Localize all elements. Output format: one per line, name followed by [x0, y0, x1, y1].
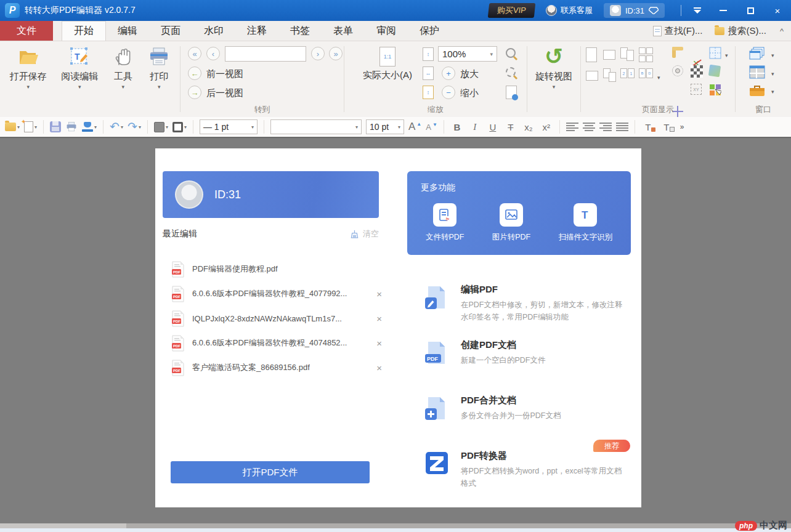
- fit-visible-icon[interactable]: ↕: [423, 86, 434, 99]
- last-page-button[interactable]: »: [329, 47, 343, 60]
- new-document-button[interactable]: ▾: [24, 121, 37, 132]
- stamp-button[interactable]: ▾: [82, 122, 97, 132]
- open-save-button[interactable]: 打开保存 ▾: [10, 41, 47, 117]
- next-view-icon[interactable]: →: [188, 86, 201, 99]
- tab-annotate[interactable]: 注释: [235, 21, 278, 41]
- image-to-pdf-button[interactable]: 图片转PDF: [492, 203, 531, 243]
- single-page-icon[interactable]: [586, 47, 597, 62]
- recent-file-row[interactable]: PDF 6.0.6.6版本PDF编辑器软件教程_4077992... ×: [163, 281, 384, 306]
- snap-region-icon[interactable]: [672, 65, 683, 76]
- page-color-icon[interactable]: [708, 65, 721, 77]
- toolbox-icon[interactable]: [749, 84, 765, 99]
- previous-view-icon[interactable]: ←: [188, 66, 201, 80]
- ocr-button[interactable]: T 扫描件文字识别: [559, 203, 613, 243]
- minimize-button[interactable]: [710, 0, 737, 21]
- remove-file-icon[interactable]: ×: [374, 313, 384, 324]
- align-left-button[interactable]: [566, 123, 578, 131]
- next-page-button[interactable]: ›: [311, 47, 325, 60]
- clear-recent-button[interactable]: 清空: [350, 228, 379, 240]
- horizontal-scrollbar[interactable]: [0, 523, 791, 528]
- tab-page[interactable]: 页面: [149, 21, 192, 41]
- cascade-windows-icon[interactable]: [749, 46, 765, 63]
- zoom-out-icon[interactable]: −: [442, 86, 455, 99]
- remove-file-icon[interactable]: ×: [374, 363, 384, 373]
- tab-watermark[interactable]: 水印: [192, 21, 235, 41]
- buy-vip-button[interactable]: 购买VIP: [488, 3, 535, 18]
- stroke-color-button[interactable]: ▾: [172, 122, 187, 132]
- font-size-combobox[interactable]: 10 pt ▾: [366, 119, 404, 134]
- marquee-zoom-in-icon[interactable]: [506, 48, 516, 58]
- page-thumbnails-icon[interactable]: [709, 84, 721, 98]
- rotate-view-button[interactable]: ↺ 旋转视图 ▾: [527, 41, 580, 117]
- scrollbar-thumb[interactable]: [0, 523, 126, 528]
- underline-button[interactable]: U: [486, 122, 500, 132]
- tab-bookmark[interactable]: 书签: [278, 21, 322, 41]
- dropdown-caret-icon[interactable]: ▾: [771, 89, 774, 94]
- print-button[interactable]: 打印 ▾: [148, 41, 170, 117]
- tab-edit[interactable]: 编辑: [106, 21, 149, 41]
- tab-form[interactable]: 表单: [322, 21, 365, 41]
- align-center-button[interactable]: [583, 123, 595, 131]
- fit-width-icon[interactable]: ↔: [423, 66, 434, 80]
- first-page-button[interactable]: «: [188, 47, 201, 60]
- recent-file-row[interactable]: PDF PDF编辑器使用教程.pdf: [163, 257, 384, 281]
- undo-button[interactable]: ↶▾: [110, 121, 123, 132]
- grid-view-icon[interactable]: [709, 47, 721, 59]
- zoom-in-icon[interactable]: +: [442, 66, 455, 80]
- split-window-icon[interactable]: [749, 65, 765, 81]
- actual-size-button[interactable]: 1:1 实际大小(A): [344, 47, 431, 81]
- tab-protect[interactable]: 保护: [408, 21, 451, 41]
- dropdown-caret-icon[interactable]: ▾: [657, 75, 660, 80]
- marquee-zoom-icon[interactable]: [506, 67, 516, 77]
- italic-button[interactable]: I: [468, 122, 482, 132]
- recent-file-row[interactable]: PDF 客户端激活码文案_86689156.pdf ×: [163, 355, 384, 380]
- fill-color-button[interactable]: ▾: [154, 122, 168, 132]
- redo-button[interactable]: ↷▾: [128, 121, 141, 132]
- prev-page-button[interactable]: ‹: [206, 47, 220, 60]
- recent-file-row[interactable]: PDF 6.0.6.6版本PDF编辑器软件教程_4074852... ×: [163, 331, 384, 355]
- zoom-out-label[interactable]: 缩小: [460, 87, 479, 99]
- align-justify-button[interactable]: [616, 123, 628, 131]
- read-edit-button[interactable]: T 阅读编辑 ▾: [61, 41, 98, 117]
- file-to-pdf-button[interactable]: ⌲ 文件转PDF: [426, 203, 464, 243]
- quick-print-button[interactable]: [65, 121, 78, 132]
- continuous-page-icon[interactable]: [603, 50, 615, 60]
- page-number-input[interactable]: [225, 46, 306, 62]
- line-width-combobox[interactable]: — 1 pt ▾: [200, 119, 258, 134]
- text-style-save-button[interactable]: T: [660, 122, 675, 132]
- crop-corner-icon[interactable]: [672, 47, 683, 58]
- more-tools-chevron[interactable]: »: [680, 123, 684, 131]
- shrink-font-button[interactable]: A▼: [426, 123, 437, 132]
- close-button[interactable]: ×: [764, 0, 791, 21]
- font-family-combobox[interactable]: ▾: [270, 119, 362, 134]
- subscript-button[interactable]: x₂: [522, 122, 535, 132]
- save-button[interactable]: [50, 121, 61, 132]
- coordinates-icon[interactable]: XY: [691, 84, 702, 95]
- transparency-grid-icon[interactable]: [691, 65, 703, 78]
- find-button[interactable]: 查找(F)...: [647, 21, 709, 41]
- recent-file-row[interactable]: PDF IQLPJxlqX2-8xdzNAWzNAkawqTLm1s7... ×: [163, 306, 384, 331]
- text-style-copy-button[interactable]: T: [641, 122, 655, 132]
- align-right-button[interactable]: [599, 123, 612, 131]
- bold-button[interactable]: B: [450, 122, 464, 132]
- user-banner[interactable]: ID:31: [163, 171, 379, 218]
- previous-view-label[interactable]: 前一视图: [206, 68, 243, 80]
- tab-review[interactable]: 审阅: [365, 21, 408, 41]
- grow-font-button[interactable]: A▲: [408, 121, 421, 133]
- zoom-in-label[interactable]: 放大: [460, 68, 479, 80]
- maximize-button[interactable]: [737, 0, 764, 21]
- remove-file-icon[interactable]: ×: [374, 289, 384, 299]
- tools-button[interactable]: 工具 ▾: [113, 41, 134, 117]
- tab-home[interactable]: 开始: [62, 21, 106, 41]
- open-pdf-button[interactable]: 打开PDF文件: [171, 461, 370, 483]
- contact-support-button[interactable]: 联系客服: [546, 5, 593, 16]
- collapse-ribbon-chevron[interactable]: ^: [773, 21, 791, 41]
- open-file-button[interactable]: ▾: [5, 123, 20, 131]
- superscript-button[interactable]: x²: [540, 122, 553, 132]
- split-page-icon[interactable]: [586, 71, 598, 81]
- strikethrough-button[interactable]: T: [504, 122, 517, 132]
- search-button[interactable]: 搜索(S)...: [708, 21, 773, 41]
- ribbon-collapse-icon[interactable]: [689, 5, 706, 16]
- fit-page-icon[interactable]: ↕: [423, 47, 434, 61]
- dropdown-caret-icon[interactable]: ▾: [725, 53, 728, 58]
